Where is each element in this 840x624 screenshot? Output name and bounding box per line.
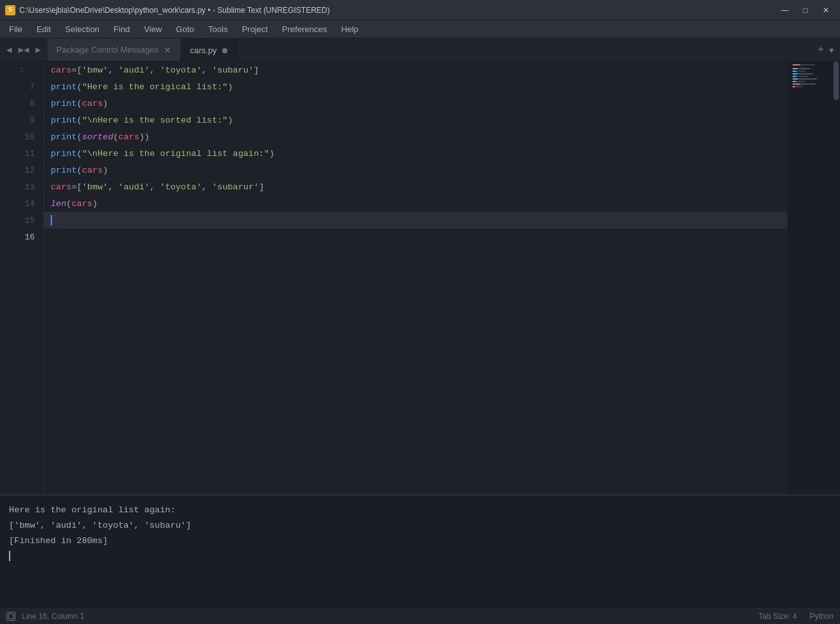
svg-rect-13	[792, 73, 798, 74]
svg-rect-14	[792, 76, 796, 77]
tab-cars-py-label: cars.py	[190, 46, 217, 55]
svg-rect-12	[792, 71, 796, 72]
code-line-10: print("\nHere is the sorted list:")	[44, 112, 787, 128]
tab-nav-left: ◀ ▶◀ ▶	[0, 39, 48, 61]
window-controls: — □ ✕	[776, 4, 835, 17]
editor-body: 1 7 8 9 10 11 12 13 14 15 16 cars=['bmw'…	[0, 62, 840, 494]
gutter-row-10: 10	[0, 128, 44, 145]
console-line-3: [Finished in 280ms]	[9, 533, 831, 548]
language-mode[interactable]: Python	[810, 612, 834, 621]
console-content: Here is the original list again: ['bmw',…	[0, 496, 840, 607]
code-line-8: print("Here is the origical list:")	[44, 78, 787, 95]
tab-size[interactable]: Tab Size: 4	[758, 612, 796, 621]
gutter-row-11: 11	[0, 145, 44, 162]
code-line-13: print(cars)	[44, 162, 787, 178]
title-text: C:\Users\ejbla\OneDrive\Desktop\python_w…	[19, 6, 329, 15]
gutter-row-15: 15	[0, 212, 44, 229]
code-line-7: cars=['bmw', 'audi', 'toyota', 'subaru']	[44, 62, 787, 78]
gutter-row-14: 14	[0, 195, 44, 212]
minimize-button[interactable]: —	[776, 4, 794, 17]
menu-tools[interactable]: Tools	[202, 22, 234, 36]
minimap	[787, 62, 832, 494]
svg-rect-15	[792, 78, 798, 80]
menu-bar: File Edit Selection Find View Goto Tools…	[0, 21, 840, 39]
code-line-12: print("\nHere is the original list again…	[44, 145, 787, 162]
tab-package-control-label: Package Control Messages	[57, 45, 159, 55]
code-area[interactable]: cars=['bmw', 'audi', 'toyota', 'subaru']…	[44, 62, 787, 494]
svg-rect-16	[792, 81, 796, 82]
gutter: 1 7 8 9 10 11 12 13 14 15 16	[0, 62, 44, 494]
gutter-row-8: 8	[0, 95, 44, 112]
menu-selection[interactable]: Selection	[58, 22, 105, 36]
close-button[interactable]: ✕	[817, 4, 835, 17]
tab-nav-back[interactable]: ◀	[4, 43, 14, 56]
code-line-9: print(cars)	[44, 95, 787, 112]
cursor-position[interactable]: Line 16, Column 1	[22, 612, 84, 621]
gutter-row-13: 13	[0, 178, 44, 195]
code-line-15: len(cars)	[44, 195, 787, 212]
code-line-11: print(sorted(cars))	[44, 128, 787, 145]
status-bar: Line 16, Column 1 Tab Size: 4 Python	[0, 607, 840, 624]
vertical-scrollbar[interactable]	[832, 62, 840, 494]
tab-right-controls: + ▾	[812, 39, 840, 61]
status-left: Line 16, Column 1	[6, 612, 84, 621]
tab-cars-py[interactable]: cars.py	[181, 39, 237, 61]
code-line-14: cars=['bmw', 'audi', 'toyota', 'subarur'…	[44, 178, 787, 195]
status-warning-icon	[6, 612, 15, 621]
status-right: Tab Size: 4 Python	[758, 612, 834, 621]
menu-goto[interactable]: Goto	[170, 22, 200, 36]
menu-file[interactable]: File	[3, 22, 29, 36]
tab-cars-py-modified-dot	[222, 48, 227, 53]
title-bar-left: S C:\Users\ejbla\OneDrive\Desktop\python…	[5, 5, 329, 15]
svg-rect-18	[792, 86, 795, 87]
code-line-16	[44, 212, 787, 229]
tab-package-control-close[interactable]: ✕	[164, 46, 171, 55]
svg-rect-0	[787, 62, 832, 254]
gutter-row-12: 12	[0, 162, 44, 178]
gutter-row-fold: 1	[0, 62, 44, 78]
editor-area: 1 7 8 9 10 11 12 13 14 15 16 cars=['bmw'…	[0, 62, 840, 607]
tab-nav-forward[interactable]: ▶	[33, 43, 43, 56]
line-numbers: 1 7 8 9 10 11 12 13 14 15 16	[0, 62, 44, 245]
svg-rect-11	[792, 68, 798, 69]
menu-preferences[interactable]: Preferences	[276, 22, 333, 36]
tab-bar: ◀ ▶◀ ▶ Package Control Messages ✕ cars.p…	[0, 39, 840, 62]
new-tab-button[interactable]: +	[817, 44, 824, 56]
console-cursor	[9, 551, 10, 561]
svg-rect-19	[8, 614, 13, 619]
menu-edit[interactable]: Edit	[30, 22, 57, 36]
console-cursor-line	[9, 548, 831, 564]
svg-rect-10	[792, 64, 800, 65]
title-bar: S C:\Users\ejbla\OneDrive\Desktop\python…	[0, 0, 840, 21]
menu-project[interactable]: Project	[236, 22, 274, 36]
tabs-container: Package Control Messages ✕ cars.py	[48, 39, 812, 61]
app-icon: S	[5, 5, 15, 15]
gutter-row-7: 7	[0, 78, 44, 95]
svg-rect-17	[792, 83, 800, 85]
console-line-1: Here is the original list again:	[9, 502, 831, 517]
tab-list-button[interactable]: ▾	[828, 43, 835, 57]
tab-nav-next-prev[interactable]: ▶◀	[15, 43, 31, 56]
menu-find[interactable]: Find	[107, 22, 136, 36]
maximize-button[interactable]: □	[796, 4, 814, 17]
menu-help[interactable]: Help	[335, 22, 365, 36]
console-panel: Here is the original list again: ['bmw',…	[0, 494, 840, 607]
gutter-row-16: 16	[0, 229, 44, 245]
console-line-2: ['bmw', 'audi', 'toyota', 'subaru']	[9, 517, 831, 533]
menu-view[interactable]: View	[137, 22, 168, 36]
tab-package-control[interactable]: Package Control Messages ✕	[48, 39, 181, 61]
gutter-row-9: 9	[0, 112, 44, 128]
